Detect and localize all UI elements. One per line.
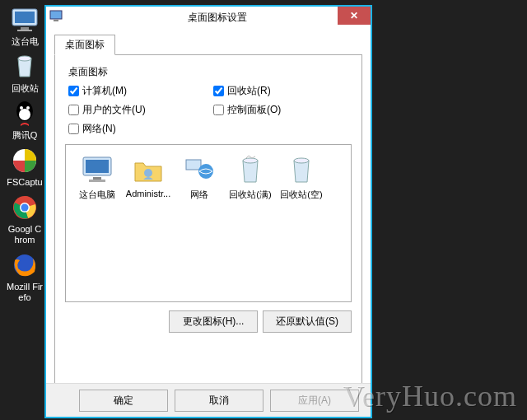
desktop-icon-settings-dialog: 桌面图标设置 ✕ 桌面图标 桌面图标 计算机(M) 回收站(R) 用户的文件(U…	[44, 5, 372, 418]
desktop-icon-qq[interactable]: 腾讯Q	[5, 99, 44, 141]
svg-point-4	[18, 56, 31, 61]
network-icon	[183, 153, 216, 186]
firefox-icon	[10, 250, 40, 280]
svg-rect-15	[54, 20, 58, 21]
check-network[interactable]: 网络(N)	[68, 122, 207, 136]
desktop-icon-label: 腾讯Q	[12, 130, 38, 141]
check-controlpanel[interactable]: 控制面板(O)	[213, 103, 352, 117]
desktop: 这台电 回收站 腾讯Q FSCaptu Googl Chrom Mozill F…	[0, 0, 527, 420]
checkbox[interactable]	[68, 86, 79, 96]
svg-rect-19	[89, 180, 105, 182]
svg-rect-14	[50, 11, 62, 19]
group-title: 桌面图标	[68, 65, 352, 79]
check-computer[interactable]: 计算机(M)	[68, 84, 207, 98]
check-label: 网络(N)	[82, 122, 116, 136]
svg-rect-17	[86, 160, 109, 173]
app-icon	[49, 10, 64, 25]
checkbox[interactable]	[68, 105, 79, 115]
computer-icon	[10, 5, 40, 35]
svg-rect-18	[93, 177, 101, 180]
svg-point-6	[19, 109, 30, 120]
chrome-icon	[10, 193, 40, 222]
preview-network[interactable]: 网络	[176, 153, 222, 201]
close-button[interactable]: ✕	[338, 7, 371, 25]
svg-rect-2	[21, 27, 29, 30]
titlebar[interactable]: 桌面图标设置 ✕	[46, 7, 371, 28]
checkbox[interactable]	[68, 124, 79, 134]
checkbox[interactable]	[213, 105, 224, 115]
cancel-button[interactable]: 取消	[175, 390, 264, 412]
preview-userfolder[interactable]: Administr...	[125, 153, 171, 198]
computer-icon	[81, 153, 114, 186]
desktop-icon-bin[interactable]: 回收站	[5, 52, 44, 94]
preview-label: 网络	[190, 189, 208, 201]
bin-icon	[10, 52, 40, 82]
desktop-icons: 这台电 回收站 腾讯Q FSCaptu Googl Chrom Mozill F…	[5, 5, 44, 303]
tab-area: 桌面图标 桌面图标 计算机(M) 回收站(R) 用户的文件(U) 控制面板(O)…	[54, 35, 362, 399]
folder-icon	[132, 153, 165, 186]
close-icon: ✕	[350, 10, 358, 21]
icon-preview: 这台电脑 Administr... 网络 回收站(满) 回收站(空)	[65, 144, 352, 302]
desktop-icon-computer[interactable]: 这台电	[5, 5, 44, 47]
check-label: 控制面板(O)	[227, 103, 281, 117]
svg-point-7	[20, 106, 23, 110]
preview-binfull[interactable]: 回收站(满)	[227, 153, 273, 201]
fscapture-icon	[10, 146, 40, 175]
desktop-icon-fscapture[interactable]: FSCaptu	[5, 146, 44, 188]
svg-rect-21	[186, 160, 201, 170]
tab-body: 桌面图标 计算机(M) 回收站(R) 用户的文件(U) 控制面板(O) 网络(N…	[54, 54, 362, 399]
desktop-icon-label: FSCaptu	[7, 177, 42, 188]
preview-label: 回收站(空)	[280, 189, 322, 201]
svg-point-20	[144, 169, 152, 177]
svg-rect-3	[17, 30, 32, 31]
bin-empty-icon	[285, 153, 318, 186]
bin-full-icon	[234, 153, 267, 186]
preview-binempty[interactable]: 回收站(空)	[278, 153, 324, 201]
ok-button[interactable]: 确定	[79, 390, 168, 412]
desktop-icon-label: 这台电	[12, 36, 39, 47]
dialog-buttons: 确定 取消 应用(A)	[46, 383, 371, 417]
preview-label: 这台电脑	[79, 189, 115, 201]
check-label: 计算机(M)	[82, 84, 127, 98]
desktop-icon-label: 回收站	[12, 83, 39, 94]
check-label: 回收站(R)	[227, 84, 271, 98]
desktop-icon-firefox[interactable]: Mozill Firefo	[5, 250, 44, 303]
dialog-title: 桌面图标设置	[64, 11, 371, 25]
svg-point-22	[198, 164, 213, 179]
svg-rect-1	[15, 12, 35, 23]
preview-computer[interactable]: 这台电脑	[74, 153, 120, 201]
check-userfiles[interactable]: 用户的文件(U)	[68, 103, 207, 117]
tab-desktop-icons[interactable]: 桌面图标	[54, 35, 115, 55]
preview-buttons: 更改图标(H)... 还原默认值(S)	[65, 310, 352, 333]
checkbox-grid: 计算机(M) 回收站(R) 用户的文件(U) 控制面板(O) 网络(N)	[68, 84, 352, 136]
desktop-icon-chrome[interactable]: Googl Chrom	[5, 193, 44, 245]
preview-label: Administr...	[126, 189, 170, 198]
restore-defaults-button[interactable]: 还原默认值(S)	[263, 310, 352, 333]
change-icon-button[interactable]: 更改图标(H)...	[169, 310, 258, 333]
svg-point-23	[243, 158, 258, 163]
apply-button[interactable]: 应用(A)	[270, 390, 359, 412]
svg-point-12	[21, 204, 29, 212]
svg-point-8	[26, 106, 30, 110]
check-recycle[interactable]: 回收站(R)	[213, 84, 352, 98]
desktop-icon-label: Googl Chrom	[6, 224, 44, 245]
svg-point-24	[294, 158, 309, 163]
check-label: 用户的文件(U)	[82, 103, 146, 117]
qq-icon	[10, 99, 40, 128]
desktop-icon-label: Mozill Firefo	[6, 282, 44, 303]
preview-label: 回收站(满)	[229, 189, 271, 201]
checkbox[interactable]	[213, 86, 224, 96]
